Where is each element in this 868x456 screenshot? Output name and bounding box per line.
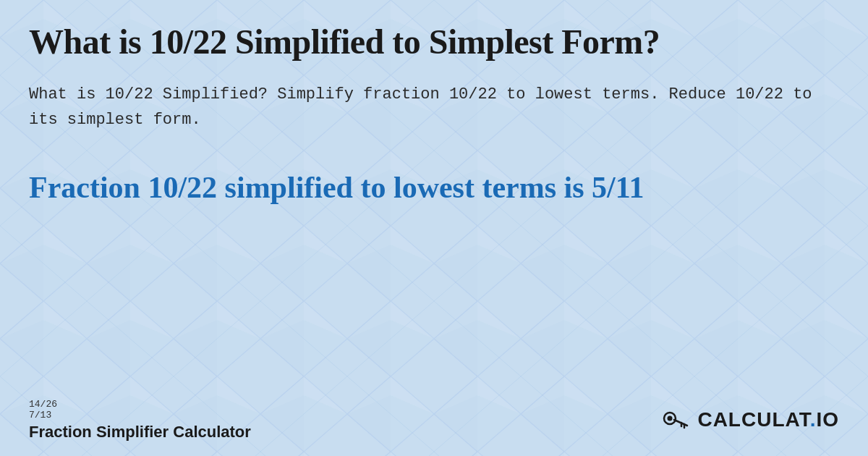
page-description: What is 10/22 Simplified? Simplify fract… bbox=[29, 82, 839, 132]
footer: 14/26 7/13 Fraction Simplifier Calculato… bbox=[29, 392, 839, 442]
footer-fractions: 14/26 7/13 bbox=[29, 399, 57, 421]
footer-brand-label: Fraction Simplifier Calculator bbox=[29, 423, 251, 442]
page-title: What is 10/22 Simplified to Simplest For… bbox=[29, 22, 839, 62]
footer-brand: Fraction Simplifier Calculator bbox=[29, 423, 251, 442]
logo-text: CALCULAT.IO bbox=[697, 408, 839, 431]
key-icon bbox=[660, 405, 689, 434]
footer-logo: CALCULAT.IO bbox=[660, 405, 839, 434]
footer-left: 14/26 7/13 Fraction Simplifier Calculato… bbox=[29, 399, 251, 442]
svg-point-9 bbox=[668, 416, 673, 421]
footer-fraction1: 14/26 bbox=[29, 399, 57, 410]
result-heading: Fraction 10/22 simplified to lowest term… bbox=[29, 169, 839, 206]
footer-fraction2: 7/13 bbox=[29, 410, 51, 421]
